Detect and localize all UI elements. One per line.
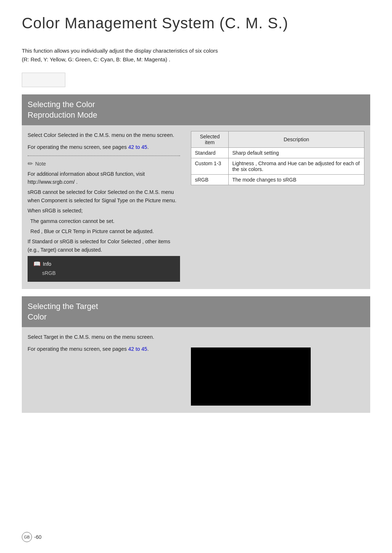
page-container: Color Management System (C. M. S.) This … <box>0 0 392 553</box>
section1-left: Select Color Selected in the C.M.S. menu… <box>28 131 180 282</box>
table-row: sRGB The mode changes to sRGB <box>191 175 364 185</box>
placeholder-box <box>22 73 65 87</box>
info-icon: 📖 <box>33 260 41 267</box>
black-box <box>191 347 311 406</box>
note-label-text: Note <box>35 161 46 167</box>
note-section: ✏ Note For additional information about … <box>28 160 180 254</box>
section1-title: Selecting the ColorReproduction Mode <box>28 99 364 120</box>
page-title: Color Management System (C. M. S.) <box>22 15 370 32</box>
gb-badge: GB <box>22 532 32 542</box>
section1-right: Selected item Description Standard Sharp… <box>191 131 364 185</box>
note-item-2: sRGB cannot be selected for Color Se­lec… <box>28 188 180 204</box>
info-label: Info <box>43 261 51 267</box>
section2-body: Select Target in the C.M.S. menu on the … <box>22 327 370 413</box>
section2-instruction1: Select Target in the C.M.S. menu on the … <box>28 333 180 341</box>
note-item-5: Red , Blue or CLR Temp in Picture cannot… <box>28 227 180 235</box>
note-item-3: When sRGB is selected; <box>28 207 180 215</box>
table-row: Custom 1-3 Lightness , Chroma and Hue ca… <box>191 158 364 175</box>
page-number: -60 <box>34 534 41 540</box>
section2-pages-ref: 42 to 45 <box>128 346 147 352</box>
table-cell-srgb-desc: The mode changes to sRGB <box>228 175 364 185</box>
table-cell-custom-desc: Lightness , Chroma and Hue can be adjust… <box>228 158 364 175</box>
info-table: Selected item Description Standard Sharp… <box>191 131 364 185</box>
section1-body: Select Color Selected in the C.M.S. menu… <box>22 125 370 289</box>
note-item-1: For additional information about sRGB fu… <box>28 170 180 186</box>
table-cell-standard-desc: Sharp default setting <box>228 148 364 158</box>
intro-text: This function allows you individually ad… <box>22 46 225 64</box>
info-box: 📖 Info sRGB <box>28 256 180 282</box>
section1-instruction2: For operating the menu screen, see pages… <box>28 143 180 151</box>
table-header-row: Selected item Description <box>191 131 364 148</box>
section2-left: Select Target in the C.M.S. menu on the … <box>28 333 180 357</box>
section2-title: Selecting the TargetColor <box>28 301 364 322</box>
section2: Selecting the TargetColor Select Target … <box>22 296 370 413</box>
note-label-row: ✏ Note <box>28 160 180 168</box>
table-cell-standard: Standard <box>191 148 229 158</box>
table-row: Standard Sharp default setting <box>191 148 364 158</box>
section2-instruction2: For operating the menu screen, see pages… <box>28 345 180 353</box>
table-col-selected-item: Selected item <box>191 131 229 148</box>
note-text: For additional information about sRGB fu… <box>28 170 180 254</box>
note-item-4: The gamma correction cannot be set. <box>28 217 180 225</box>
section2-right <box>191 333 364 406</box>
info-box-label-row: 📖 Info <box>33 260 174 267</box>
note-icon: ✏ <box>28 160 33 168</box>
section1-instruction1: Select Color Selected in the C.M.S. menu… <box>28 131 180 139</box>
table-cell-srgb: sRGB <box>191 175 229 185</box>
gb-badge-text: GB <box>24 535 30 539</box>
section2-layout: Select Target in the C.M.S. menu on the … <box>28 333 364 406</box>
section1-header: Selecting the ColorReproduction Mode <box>22 94 370 125</box>
note-item-6: If Standard or sRGB is selected for Colo… <box>28 237 180 254</box>
section1-pages-ref: 42 to 45 <box>128 144 147 150</box>
info-box-content: sRGB <box>33 270 174 276</box>
table-cell-custom: Custom 1-3 <box>191 158 229 175</box>
dotted-divider <box>28 155 180 156</box>
section1: Selecting the ColorReproduction Mode Sel… <box>22 94 370 289</box>
section1-layout: Select Color Selected in the C.M.S. menu… <box>28 131 364 282</box>
page-footer: GB -60 <box>22 532 41 542</box>
section2-header: Selecting the TargetColor <box>22 296 370 327</box>
table-col-description: Description <box>228 131 364 148</box>
